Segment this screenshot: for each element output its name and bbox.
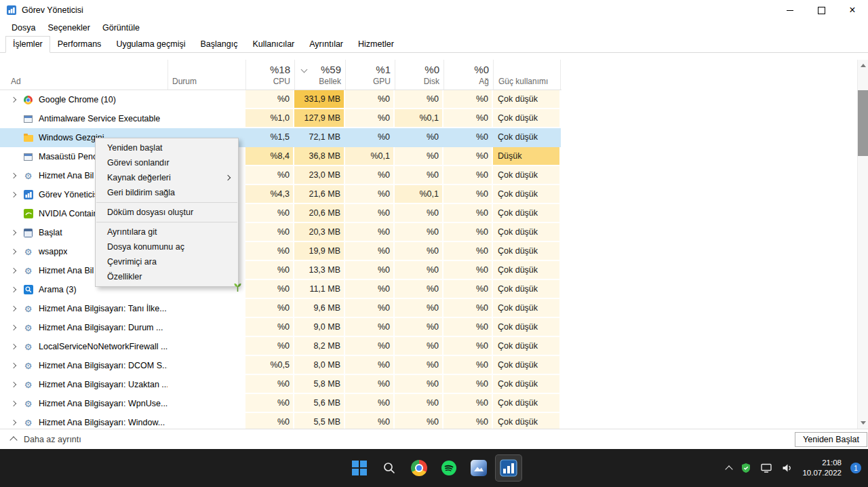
maximize-button[interactable] — [806, 0, 837, 20]
expand-chevron-icon[interactable] — [9, 231, 18, 235]
process-name: LocalServiceNoNetworkFirewall ... — [39, 342, 167, 351]
table-row[interactable]: ⚙Hizmet Ana Bil%013,3 MB%0%0%0Çok düşük — [0, 261, 561, 280]
usage-percent: %0 — [425, 64, 439, 75]
taskbar-chrome-button[interactable] — [406, 454, 433, 482]
hidden-icons-chevron-icon[interactable] — [726, 464, 732, 472]
expand-chevron-icon[interactable] — [9, 98, 18, 102]
column-header-gpu[interactable]: %1GPU — [345, 60, 395, 90]
taskbar-spotify-button[interactable] — [435, 454, 462, 482]
tab-uygulama-gecmisi[interactable]: Uygulama geçmişi — [108, 36, 193, 53]
tab-kullanicilar[interactable]: Kullanıcılar — [245, 36, 302, 53]
taskbar-search-button[interactable] — [376, 454, 403, 482]
menu-item-label: Dosya konumunu aç — [107, 242, 184, 252]
menu-goruntule[interactable]: Görüntüle — [96, 22, 146, 34]
context-menu-item-dokum-dosyasi-olustur[interactable]: Döküm dosyası oluştur — [96, 205, 238, 220]
tab-hizmetler[interactable]: Hizmetler — [351, 36, 401, 53]
table-row[interactable]: ⚙Hizmet Ana Bilgisayarı: DCOM S...%0,58,… — [0, 356, 561, 375]
table-row[interactable]: ⚙Hizmet Ana Bilgisayarı: Durum ...%09,0 … — [0, 318, 561, 337]
table-row[interactable]: NVIDIA Contain%020,6 MB%0%0%0Çok düşük — [0, 204, 561, 223]
expand-chevron-icon[interactable] — [9, 421, 18, 425]
column-header-power[interactable]: Güç kullanımı — [493, 60, 561, 90]
column-header-mem[interactable]: %59Bellek — [294, 60, 345, 90]
security-shield-icon[interactable] — [741, 463, 751, 473]
close-button[interactable]: × — [837, 0, 868, 20]
process-name: Antimalware Service Executable — [39, 114, 160, 123]
vertical-scrollbar[interactable] — [857, 60, 868, 429]
process-name-cell: Antimalware Service Executable — [0, 109, 167, 128]
minimize-button[interactable] — [774, 0, 806, 20]
expand-chevron-icon[interactable] — [9, 269, 18, 273]
tab-performans[interactable]: Performans — [50, 36, 109, 53]
taskbar-taskmanager-button[interactable] — [495, 454, 522, 482]
menu-dosya[interactable]: Dosya — [5, 22, 41, 34]
expand-chevron-icon[interactable] — [9, 383, 18, 387]
restart-button[interactable]: Yeniden Başlat — [795, 432, 867, 447]
window-icon — [22, 151, 34, 162]
table-row[interactable]: ⚙wsappx%019,9 MB%0%0%0Çok düşük — [0, 242, 561, 261]
context-menu-item-gorevi-sonlandir[interactable]: Görevi sonlandır — [96, 155, 238, 170]
table-row[interactable]: ⚙Hizmet Ana Bilgisayarı: Uzaktan ...%05,… — [0, 375, 561, 394]
table-row[interactable]: ⚙Hizmet Ana Bilgisayarı: Window...%05,5 … — [0, 413, 561, 429]
column-header-cpu[interactable]: %18CPU — [245, 60, 294, 90]
column-header-disk[interactable]: %0Disk — [395, 60, 443, 90]
scrollbar-thumb[interactable] — [858, 90, 868, 156]
tab-ayrintilar[interactable]: Ayrıntılar — [302, 36, 351, 53]
expand-chevron-icon[interactable] — [9, 288, 18, 292]
table-row[interactable]: Antimalware Service Executable%1,0127,9 … — [0, 109, 561, 128]
gear-icon: ⚙ — [22, 265, 34, 276]
table-row[interactable]: ⚙Hizmet Ana Bil%023,0 MB%0%0%0Çok düşük — [0, 166, 561, 185]
process-status-cell — [167, 337, 245, 356]
chrome-icon — [411, 460, 427, 476]
table-row[interactable]: ⚙Hizmet Ana Bilgisayarı: WpnUse...%05,6 … — [0, 394, 561, 413]
triangle-down-icon — [861, 421, 866, 425]
cell-cpu: %0 — [245, 261, 294, 280]
expand-chevron-icon[interactable] — [9, 326, 18, 330]
column-header-net[interactable]: %0Ağ — [443, 60, 493, 90]
taskbar-start-button[interactable] — [346, 454, 373, 482]
expand-chevron-icon[interactable] — [9, 364, 18, 368]
volume-icon[interactable] — [781, 463, 793, 473]
network-icon[interactable] — [760, 463, 772, 473]
cell-disk: %0 — [395, 318, 443, 337]
cell-mem: 11,1 MB — [294, 280, 345, 299]
notification-badge[interactable]: 1 — [850, 463, 861, 473]
column-header-status[interactable]: Durum — [167, 60, 245, 90]
table-row[interactable]: ⚙LocalServiceNoNetworkFirewall ...%08,2 … — [0, 337, 561, 356]
context-menu-item-yeniden-baslat[interactable]: Yeniden başlat — [96, 140, 238, 155]
scrollbar-down-arrow-icon[interactable] — [858, 417, 868, 429]
expand-chevron-icon[interactable] — [9, 250, 18, 254]
gear-icon: ⚙ — [22, 398, 34, 409]
column-header-name[interactable]: Ad — [0, 60, 167, 90]
table-row[interactable]: Google Chrome (10)%0331,9 MB%0%0%0Çok dü… — [0, 90, 561, 109]
expand-chevron-icon[interactable] — [9, 345, 18, 349]
process-name: Hizmet Ana Bilgisayarı: Tanı İlke... — [39, 304, 167, 313]
table-row[interactable]: Görev Yöneticisi%4,321,6 MB%0%0,1%0Çok d… — [0, 185, 561, 204]
context-menu-item-cevrimici-ara[interactable]: Çevrimiçi ara — [96, 254, 238, 269]
scrollbar-up-arrow-icon[interactable] — [858, 60, 868, 71]
expand-chevron-icon[interactable] — [9, 402, 18, 406]
taskbar-photos-button[interactable] — [465, 454, 492, 482]
cell-gpu: %0 — [345, 90, 395, 109]
usage-percent: %59 — [321, 64, 341, 75]
cell-disk: %0 — [395, 413, 443, 429]
expand-chevron-icon[interactable] — [9, 174, 18, 178]
tab-baslangic[interactable]: Başlangıç — [193, 36, 245, 53]
table-row[interactable]: Masaüstü Penc%8,436,8 MB%0,1%0%0Düşük — [0, 147, 561, 166]
table-row[interactable]: Arama (3)%011,1 MB%0%0%0Çok düşük — [0, 280, 561, 299]
context-menu-item-geri-bildirim-sagla[interactable]: Geri bildirim sağla — [96, 185, 238, 200]
less-details-toggle[interactable]: Daha az ayrıntı — [11, 435, 81, 444]
tab-islemler[interactable]: İşlemler — [5, 36, 50, 53]
table-row[interactable]: Başlat%020,3 MB%0%0%0Çok düşük — [0, 223, 561, 242]
context-menu-item-ozellikler[interactable]: Özellikler — [96, 269, 238, 284]
taskbar-clock[interactable]: 21:08 10.07.2022 — [802, 458, 842, 478]
context-menu-item-dosya-konumunu-ac[interactable]: Dosya konumunu aç — [96, 239, 238, 254]
expand-chevron-icon[interactable] — [9, 193, 18, 197]
table-row[interactable]: Windows Gezgini%1,572,1 MB%0%0%0Çok düşü… — [0, 128, 561, 147]
context-menu-item-kaynak-degerleri[interactable]: Kaynak değerleri — [96, 170, 238, 185]
context-menu-item-ayrintilara-git[interactable]: Ayrıntılara git — [96, 225, 238, 239]
title-bar[interactable]: Görev Yöneticisi × — [0, 0, 868, 20]
gear-icon: ⚙ — [22, 417, 34, 428]
menu-secenekler[interactable]: Seçenekler — [41, 22, 96, 34]
table-row[interactable]: ⚙Hizmet Ana Bilgisayarı: Tanı İlke...%09… — [0, 299, 561, 318]
expand-chevron-icon[interactable] — [9, 307, 18, 311]
